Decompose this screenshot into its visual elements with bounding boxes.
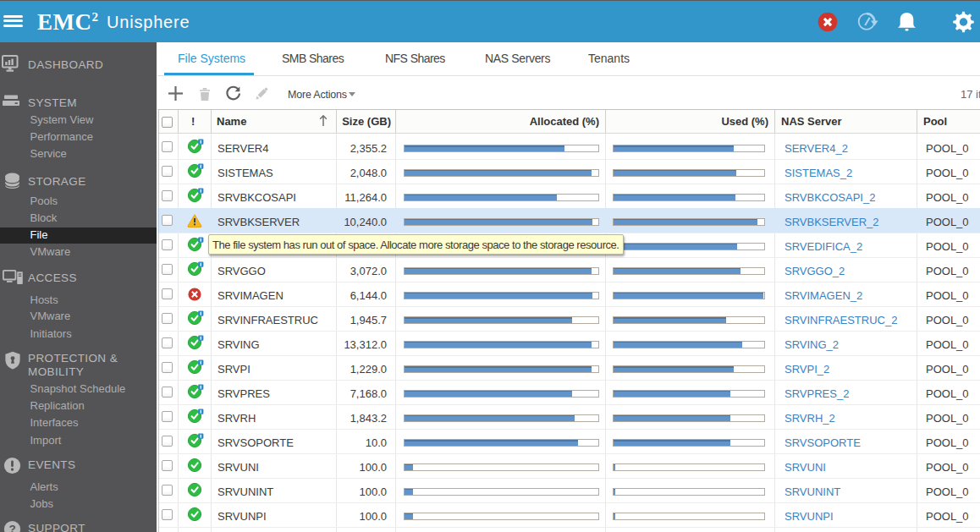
svg-text:?: ? xyxy=(8,523,15,532)
